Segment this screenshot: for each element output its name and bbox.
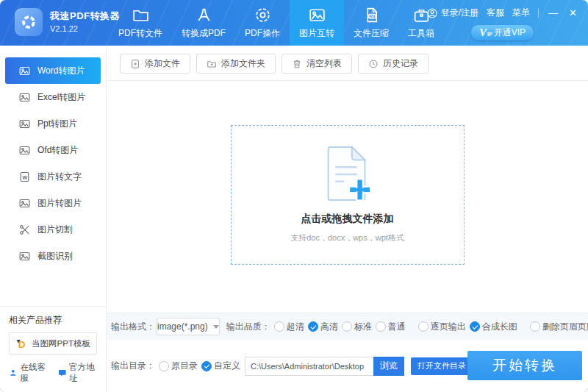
browse-button[interactable]: 浏览 (373, 357, 404, 376)
output-options-bar: 输出格式： image(*.png) 输出品质： 超清 高清 标准 (107, 313, 588, 340)
sidebar-item-ppt-to-image[interactable]: Ppt转图片 (0, 110, 106, 137)
radio-unchecked-icon (418, 321, 429, 332)
image-icon (18, 197, 31, 210)
folder-icon (132, 6, 150, 24)
file-list-area: 点击或拖拽文件添加 支持doc，docx，wps，wpt格式 (107, 81, 588, 313)
add-document-icon (321, 144, 374, 203)
open-vip-button[interactable]: VIP开通VIP (471, 25, 534, 40)
tab-convert-to-pdf[interactable]: 转换成PDF (172, 0, 235, 46)
tab-label: PDF操作 (245, 27, 280, 40)
quality-option-normal[interactable]: 普通 (376, 321, 406, 333)
scissors-icon (18, 224, 31, 236)
chevron-down-icon (213, 325, 219, 329)
option-remove-header-footer[interactable]: 删除页眉页脚 (530, 321, 588, 333)
close-icon[interactable]: ✕ (567, 8, 578, 18)
radio-unchecked-icon (274, 321, 284, 332)
option-merge-long-image[interactable]: 合成长图 (470, 321, 517, 333)
image-icon (18, 250, 31, 263)
gear-icon (254, 6, 272, 24)
radio-checked-icon (470, 321, 480, 332)
dropzone-formats: 支持doc，docx，wps，wpt格式 (290, 232, 404, 243)
tab-pdf-to-file[interactable]: PDF转文件 (109, 0, 172, 46)
image-icon (18, 91, 31, 104)
add-folder-icon (207, 59, 217, 69)
history-button[interactable]: 历史记录 (358, 54, 429, 74)
tab-label: 转换成PDF (182, 27, 226, 40)
file-dropzone[interactable]: 点击或拖拽文件添加 支持doc，docx，wps，wpt格式 (231, 125, 465, 265)
tab-label: 图片互转 (299, 27, 334, 40)
output-dir-label: 输出目录： (111, 360, 155, 372)
app-window: 我速PDF转换器 V2.1.22 PDF转文件 转换成PDF PDF操作 图片互… (0, 0, 588, 392)
clear-list-button[interactable]: 清空列表 (282, 54, 352, 74)
format-label: 输出格式： (111, 321, 155, 333)
radio-unchecked-icon (342, 321, 352, 332)
sidebar-list: Word转图片 Excel转图片 Ppt转图片 Ofd转图片 图片转文字 (0, 46, 106, 269)
trash-icon (292, 59, 302, 69)
person-icon (9, 368, 18, 378)
tab-image-convert[interactable]: 图片互转 (290, 0, 344, 46)
sidebar: Word转图片 Excel转图片 Ppt转图片 Ofd转图片 图片转文字 (0, 46, 107, 392)
sidebar-links: 在线客服 官方地址 (9, 362, 97, 384)
td-logo-icon: D (15, 338, 28, 350)
dropzone-title: 点击或拖拽文件添加 (301, 213, 394, 226)
chat-bubble-icon (58, 368, 67, 378)
app-logo (15, 8, 43, 36)
format-dropdown[interactable]: image(*.png) (157, 318, 220, 335)
sidebar-item-word-to-image[interactable]: Word转图片 (5, 57, 101, 84)
minimize-icon[interactable]: — (547, 8, 559, 18)
user-icon (426, 7, 438, 19)
quality-option-standard[interactable]: 标准 (342, 321, 372, 333)
tab-label: 工具箱 (408, 27, 434, 40)
main-panel: 添加文件 添加文件夹 清空列表 历史记录 (107, 46, 588, 392)
zip-file-icon (362, 6, 381, 24)
sidebar-item-image-to-image[interactable]: 图片转图片 (0, 190, 106, 216)
radio-unchecked-icon (159, 361, 169, 371)
divider (538, 8, 539, 18)
sidebar-item-image-to-text[interactable]: 图片转文字 (0, 163, 106, 190)
app-body: Word转图片 Excel转图片 Ppt转图片 Ofd转图片 图片转文字 (0, 46, 588, 392)
recommend-heading: 相关产品推荐 (9, 314, 97, 327)
menu-link[interactable]: 菜单 (512, 7, 530, 19)
login-register-link[interactable]: 登录/注册 (426, 7, 478, 19)
sidebar-footer: 相关产品推荐 D 当图网PPT模板 在线客服 官方地址 (0, 306, 106, 392)
official-site-link[interactable]: 官方地址 (58, 362, 98, 384)
main-nav: PDF转文件 转换成PDF PDF操作 图片互转 文件压缩 工具箱 (109, 0, 444, 46)
output-path-input[interactable] (245, 357, 373, 376)
dir-option-source[interactable]: 原目录 (159, 360, 198, 372)
online-service-link[interactable]: 在线客服 (9, 362, 49, 384)
acrobat-icon (195, 6, 213, 24)
pinwheel-icon (21, 14, 37, 30)
title-bar: 我速PDF转换器 V2.1.22 PDF转文件 转换成PDF PDF操作 图片互… (0, 0, 588, 46)
sidebar-item-excel-to-image[interactable]: Excel转图片 (0, 84, 106, 110)
add-folder-button[interactable]: 添加文件夹 (196, 54, 276, 74)
customer-service-link[interactable]: 客服 (487, 7, 504, 19)
add-file-button[interactable]: 添加文件 (120, 54, 190, 74)
tab-label: PDF转文件 (118, 27, 162, 40)
start-convert-button[interactable]: 开始转换 (467, 351, 582, 380)
sidebar-item-screenshot-ocr[interactable]: 截图识别 (0, 243, 106, 269)
tab-file-compress[interactable]: 文件压缩 (344, 0, 398, 46)
radio-checked-icon (308, 321, 318, 332)
radio-checked-icon (201, 361, 212, 371)
quality-option-ultra[interactable]: 超清 (274, 321, 304, 333)
sidebar-item-image-split[interactable]: 图片切割 (0, 216, 106, 243)
radio-unchecked-icon (530, 321, 540, 332)
image-icon (18, 144, 31, 157)
tab-label: 文件压缩 (354, 27, 389, 40)
svg-text:D: D (18, 338, 26, 349)
quality-option-hd[interactable]: 高清 (308, 321, 338, 333)
radio-unchecked-icon (376, 321, 386, 332)
option-per-page-output[interactable]: 逐页输出 (418, 321, 466, 333)
toolbar: 添加文件 添加文件夹 清空列表 历史记录 (107, 46, 588, 81)
image-icon (308, 6, 326, 24)
app-version: V2.1.22 (50, 24, 78, 33)
tab-pdf-operations[interactable]: PDF操作 (235, 0, 290, 46)
sidebar-item-ofd-to-image[interactable]: Ofd转图片 (0, 137, 106, 163)
add-file-icon (130, 59, 140, 69)
open-directory-button[interactable]: 打开文件目录 (411, 357, 473, 375)
image-icon (18, 118, 31, 130)
dir-option-custom[interactable]: 自定义 (201, 360, 240, 372)
doc-w-icon (18, 171, 31, 183)
output-directory-bar: 输出目录： 原目录 自定义 浏览 打开文件目录 开始转换 (107, 340, 588, 392)
product-banner[interactable]: D 当图网PPT模板 (9, 332, 97, 354)
